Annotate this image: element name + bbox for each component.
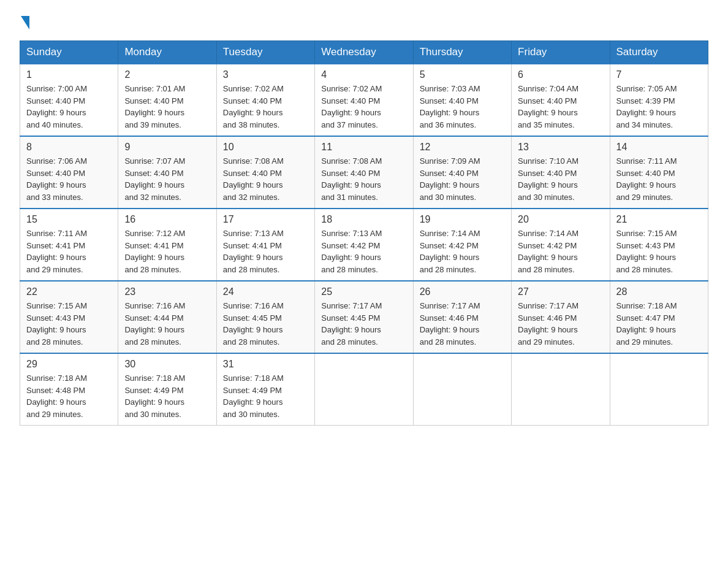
header-sunday: Sunday: [20, 41, 118, 64]
day-info: Sunrise: 7:13 AMSunset: 4:42 PMDaylight:…: [321, 228, 406, 275]
day-number: 15: [26, 214, 112, 225]
day-info: Sunrise: 7:15 AMSunset: 4:43 PMDaylight:…: [616, 228, 702, 275]
header-friday: Friday: [512, 41, 610, 64]
calendar-cell: 8 Sunrise: 7:06 AMSunset: 4:40 PMDayligh…: [20, 136, 118, 209]
calendar-cell: 9 Sunrise: 7:07 AMSunset: 4:40 PMDayligh…: [118, 136, 216, 209]
calendar-cell: [512, 353, 610, 426]
calendar-cell: 7 Sunrise: 7:05 AMSunset: 4:39 PMDayligh…: [610, 64, 708, 136]
day-number: 3: [223, 69, 308, 80]
calendar-week-3: 15 Sunrise: 7:11 AMSunset: 4:41 PMDaylig…: [20, 209, 708, 281]
day-info: Sunrise: 7:11 AMSunset: 4:40 PMDaylight:…: [616, 155, 702, 203]
header-monday: Monday: [118, 41, 216, 64]
day-number: 1: [26, 69, 112, 80]
day-info: Sunrise: 7:16 AMSunset: 4:45 PMDaylight:…: [223, 300, 308, 348]
calendar-cell: 14 Sunrise: 7:11 AMSunset: 4:40 PMDaylig…: [610, 136, 708, 209]
calendar-week-5: 29 Sunrise: 7:18 AMSunset: 4:48 PMDaylig…: [20, 353, 708, 426]
day-number: 31: [223, 359, 308, 370]
day-number: 2: [124, 69, 210, 80]
day-number: 7: [616, 69, 702, 80]
day-info: Sunrise: 7:18 AMSunset: 4:47 PMDaylight:…: [616, 300, 702, 348]
calendar-cell: 5 Sunrise: 7:03 AMSunset: 4:40 PMDayligh…: [413, 64, 511, 136]
day-info: Sunrise: 7:17 AMSunset: 4:46 PMDaylight:…: [518, 300, 603, 348]
day-info: Sunrise: 7:04 AMSunset: 4:40 PMDaylight:…: [518, 83, 603, 131]
calendar-cell: [413, 353, 511, 426]
calendar-cell: 20 Sunrise: 7:14 AMSunset: 4:42 PMDaylig…: [512, 209, 610, 281]
day-number: 25: [321, 286, 406, 297]
calendar-cell: 10 Sunrise: 7:08 AMSunset: 4:40 PMDaylig…: [216, 136, 314, 209]
day-info: Sunrise: 7:15 AMSunset: 4:43 PMDaylight:…: [26, 300, 112, 348]
calendar-body: 1 Sunrise: 7:00 AMSunset: 4:40 PMDayligh…: [20, 64, 708, 426]
calendar-cell: 4 Sunrise: 7:02 AMSunset: 4:40 PMDayligh…: [315, 64, 413, 136]
calendar-cell: 16 Sunrise: 7:12 AMSunset: 4:41 PMDaylig…: [118, 209, 216, 281]
day-number: 11: [321, 142, 406, 153]
day-number: 27: [518, 286, 603, 297]
calendar-cell: 27 Sunrise: 7:17 AMSunset: 4:46 PMDaylig…: [512, 281, 610, 353]
calendar-cell: 30 Sunrise: 7:18 AMSunset: 4:49 PMDaylig…: [118, 353, 216, 426]
calendar-cell: 22 Sunrise: 7:15 AMSunset: 4:43 PMDaylig…: [20, 281, 118, 353]
calendar-cell: 26 Sunrise: 7:17 AMSunset: 4:46 PMDaylig…: [413, 281, 511, 353]
header-thursday: Thursday: [413, 41, 511, 64]
header-wednesday: Wednesday: [315, 41, 413, 64]
calendar-cell: [610, 353, 708, 426]
calendar-cell: 18 Sunrise: 7:13 AMSunset: 4:42 PMDaylig…: [315, 209, 413, 281]
calendar-cell: 17 Sunrise: 7:13 AMSunset: 4:41 PMDaylig…: [216, 209, 314, 281]
calendar-cell: 29 Sunrise: 7:18 AMSunset: 4:48 PMDaylig…: [20, 353, 118, 426]
day-info: Sunrise: 7:00 AMSunset: 4:40 PMDaylight:…: [26, 83, 112, 131]
day-number: 8: [26, 142, 112, 153]
calendar-week-2: 8 Sunrise: 7:06 AMSunset: 4:40 PMDayligh…: [20, 136, 708, 209]
calendar-week-1: 1 Sunrise: 7:00 AMSunset: 4:40 PMDayligh…: [20, 64, 708, 136]
day-number: 19: [420, 214, 505, 225]
day-number: 12: [420, 142, 505, 153]
calendar-cell: 13 Sunrise: 7:10 AMSunset: 4:40 PMDaylig…: [512, 136, 610, 209]
day-info: Sunrise: 7:02 AMSunset: 4:40 PMDaylight:…: [223, 83, 308, 131]
header-saturday: Saturday: [610, 41, 708, 64]
day-info: Sunrise: 7:13 AMSunset: 4:41 PMDaylight:…: [223, 228, 308, 275]
calendar-cell: 2 Sunrise: 7:01 AMSunset: 4:40 PMDayligh…: [118, 64, 216, 136]
day-info: Sunrise: 7:11 AMSunset: 4:41 PMDaylight:…: [26, 228, 112, 275]
calendar-cell: 31 Sunrise: 7:18 AMSunset: 4:49 PMDaylig…: [216, 353, 314, 426]
day-info: Sunrise: 7:05 AMSunset: 4:39 PMDaylight:…: [616, 83, 702, 131]
day-info: Sunrise: 7:17 AMSunset: 4:46 PMDaylight:…: [420, 300, 505, 348]
day-number: 20: [518, 214, 603, 225]
day-info: Sunrise: 7:02 AMSunset: 4:40 PMDaylight:…: [321, 83, 406, 131]
calendar-table: SundayMondayTuesdayWednesdayThursdayFrid…: [20, 40, 708, 426]
day-info: Sunrise: 7:18 AMSunset: 4:49 PMDaylight:…: [124, 372, 210, 420]
calendar-cell: 23 Sunrise: 7:16 AMSunset: 4:44 PMDaylig…: [118, 281, 216, 353]
day-number: 16: [124, 214, 210, 225]
day-number: 28: [616, 286, 702, 297]
calendar-cell: 25 Sunrise: 7:17 AMSunset: 4:45 PMDaylig…: [315, 281, 413, 353]
calendar-cell: [315, 353, 413, 426]
day-info: Sunrise: 7:14 AMSunset: 4:42 PMDaylight:…: [420, 228, 505, 275]
day-info: Sunrise: 7:18 AMSunset: 4:49 PMDaylight:…: [223, 372, 308, 420]
day-info: Sunrise: 7:08 AMSunset: 4:40 PMDaylight:…: [223, 155, 308, 203]
day-number: 22: [26, 286, 112, 297]
day-number: 26: [420, 286, 505, 297]
day-number: 13: [518, 142, 603, 153]
day-info: Sunrise: 7:03 AMSunset: 4:40 PMDaylight:…: [420, 83, 505, 131]
day-info: Sunrise: 7:10 AMSunset: 4:40 PMDaylight:…: [518, 155, 603, 203]
calendar-cell: 28 Sunrise: 7:18 AMSunset: 4:47 PMDaylig…: [610, 281, 708, 353]
day-number: 5: [420, 69, 505, 80]
header-tuesday: Tuesday: [216, 41, 314, 64]
logo-triangle-icon: [21, 16, 29, 29]
day-info: Sunrise: 7:12 AMSunset: 4:41 PMDaylight:…: [124, 228, 210, 275]
day-info: Sunrise: 7:16 AMSunset: 4:44 PMDaylight:…: [124, 300, 210, 348]
day-info: Sunrise: 7:07 AMSunset: 4:40 PMDaylight:…: [124, 155, 210, 203]
day-number: 24: [223, 286, 308, 297]
calendar-week-4: 22 Sunrise: 7:15 AMSunset: 4:43 PMDaylig…: [20, 281, 708, 353]
day-number: 21: [616, 214, 702, 225]
calendar-cell: 6 Sunrise: 7:04 AMSunset: 4:40 PMDayligh…: [512, 64, 610, 136]
day-number: 29: [26, 359, 112, 370]
day-number: 30: [124, 359, 210, 370]
day-info: Sunrise: 7:09 AMSunset: 4:40 PMDaylight:…: [420, 155, 505, 203]
day-number: 10: [223, 142, 308, 153]
day-info: Sunrise: 7:17 AMSunset: 4:45 PMDaylight:…: [321, 300, 406, 348]
day-number: 6: [518, 69, 603, 80]
day-number: 4: [321, 69, 406, 80]
day-info: Sunrise: 7:06 AMSunset: 4:40 PMDaylight:…: [26, 155, 112, 203]
calendar-cell: 3 Sunrise: 7:02 AMSunset: 4:40 PMDayligh…: [216, 64, 314, 136]
logo: [20, 15, 29, 29]
calendar-cell: 24 Sunrise: 7:16 AMSunset: 4:45 PMDaylig…: [216, 281, 314, 353]
calendar-cell: 21 Sunrise: 7:15 AMSunset: 4:43 PMDaylig…: [610, 209, 708, 281]
calendar-cell: 12 Sunrise: 7:09 AMSunset: 4:40 PMDaylig…: [413, 136, 511, 209]
